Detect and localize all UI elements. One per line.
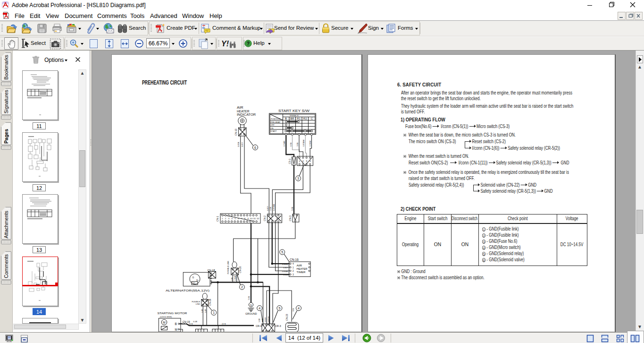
svg-text:START KEY S/W: START KEY S/W — [278, 109, 309, 113]
svg-text:0.5WR: 0.5WR — [283, 141, 285, 146]
svg-text:TIMER: TIMER — [297, 271, 306, 274]
svg-text:1: 1 — [213, 311, 215, 314]
svg-text:POSITION: POSITION — [271, 118, 280, 120]
svg-text:G: G — [192, 276, 194, 279]
svg-text:5.0B: 5.0B — [248, 296, 250, 300]
svg-text:8.0L: 8.0L — [293, 308, 294, 311]
svg-text:R2: R2 — [303, 117, 307, 120]
svg-text:TERMINAL NO: TERMINAL NO — [290, 115, 299, 117]
svg-text:N: N — [250, 304, 252, 307]
svg-text:3: 3 — [297, 177, 299, 180]
svg-text:CR-3: CR-3 — [275, 325, 281, 327]
svg-text:a: a — [270, 218, 271, 220]
svg-text:CS-1: CS-1 — [288, 158, 291, 164]
svg-text:4: 4 — [259, 307, 260, 310]
svg-text:22 B: 22 B — [222, 323, 226, 325]
svg-text:0.85LB: 0.85LB — [268, 316, 270, 322]
svg-text:3: 3 — [306, 160, 307, 163]
svg-text:C: C — [311, 117, 313, 120]
svg-text:3.0B: 3.0B — [296, 142, 299, 146]
svg-text:M: M — [163, 321, 165, 324]
svg-text:5.0R: 5.0R — [201, 309, 203, 313]
svg-text:ON: ON — [270, 127, 273, 129]
svg-text:PREHEATING CIRCUIT: PREHEATING CIRCUIT — [142, 79, 187, 86]
svg-text:b: b — [276, 218, 277, 220]
svg-text:10 11 12: 10 11 12 — [250, 217, 260, 220]
svg-text:LINK: LINK — [196, 303, 201, 305]
svg-text:FUSIBLE LINK: FUSIBLE LINK — [227, 261, 229, 274]
svg-text:AIR: AIR — [297, 264, 302, 267]
svg-text:1 2 3 4 5 6 7 8 9: 1 2 3 4 5 6 7 8 9 — [222, 217, 249, 220]
svg-text:6: 6 — [254, 146, 256, 149]
svg-text:CN-23: CN-23 — [285, 314, 288, 321]
svg-text:1: 1 — [293, 266, 294, 269]
svg-text:4: 4 — [293, 263, 294, 265]
svg-text:0.85R: 0.85R — [265, 317, 267, 322]
svg-text:3: 3 — [293, 274, 294, 276]
svg-text:2: 2 — [293, 270, 294, 272]
svg-text:4: 4 — [298, 307, 300, 310]
svg-text:2: 2 — [302, 160, 304, 163]
svg-text:0.85BW: 0.85BW — [302, 140, 305, 146]
svg-text:CN-26: CN-26 — [209, 299, 211, 306]
svg-text:CN-13: CN-13 — [234, 129, 237, 136]
svg-text:INDICATOR: INDICATOR — [237, 113, 256, 116]
svg-text:START: START — [270, 130, 277, 132]
svg-text:0.85BR: 0.85BR — [282, 270, 288, 273]
svg-text:B: B — [175, 322, 177, 326]
svg-text:5.0B: 5.0B — [259, 318, 260, 322]
svg-text:5.0WB: 5.0WB — [234, 275, 236, 281]
svg-text:0.5B: 0.5B — [290, 142, 292, 146]
svg-text:B: B — [285, 117, 287, 120]
svg-text:M: M — [175, 328, 177, 331]
svg-text:5: 5 — [281, 250, 283, 254]
svg-text:6.0B: 6.0B — [193, 320, 198, 323]
svg-text:CN-2: CN-2 — [263, 215, 266, 221]
svg-text:5.0R: 5.0R — [205, 309, 207, 313]
svg-text:2: 2 — [241, 285, 243, 289]
svg-text:OFF: OFF — [270, 124, 275, 126]
svg-text:0.85Y: 0.85Y — [241, 142, 243, 147]
svg-text:0.5RW: 0.5RW — [309, 141, 311, 146]
svg-text:3.0B: 3.0B — [291, 206, 293, 211]
svg-text:HEATER: HEATER — [237, 110, 250, 113]
svg-text:PRE-HEAT: PRE-HEAT — [270, 121, 281, 123]
svg-text:ALTERNATOR(55A,12V): ALTERNATOR(55A,12V) — [166, 289, 209, 292]
svg-text:0.85WB: 0.85WB — [273, 204, 275, 211]
svg-text:CN-3: CN-3 — [289, 215, 292, 221]
svg-text:0.85R: 0.85R — [237, 142, 240, 147]
svg-text:CR-4: CR-4 — [256, 325, 262, 327]
svg-text:5: 5 — [278, 307, 280, 310]
svg-text:U<: U< — [192, 282, 195, 284]
svg-text:?: ? — [247, 41, 250, 46]
svg-text:(12V/2.5KW): (12V/2.5KW) — [160, 316, 172, 318]
svg-text:STARTING MOTOR: STARTING MOTOR — [157, 311, 187, 315]
svg-text:BR: BR — [290, 117, 294, 120]
svg-text:3.0R: 3.0R — [269, 206, 272, 211]
svg-text:20 B: 20 B — [189, 323, 193, 325]
svg-text:5.0B: 5.0B — [231, 277, 233, 281]
svg-text:AIR: AIR — [237, 106, 243, 109]
svg-text:0.85Y: 0.85Y — [267, 206, 269, 211]
svg-text:R1: R1 — [297, 117, 301, 120]
svg-text:Y!: Y! — [221, 40, 229, 48]
svg-text:CN-18: CN-18 — [208, 269, 215, 272]
svg-text:1: 1 — [299, 160, 301, 163]
svg-text:CN-16: CN-16 — [290, 258, 299, 261]
svg-text:0.85Y: 0.85Y — [284, 266, 289, 269]
svg-text:GROUND: GROUND — [245, 312, 257, 315]
svg-text:HEATER: HEATER — [297, 267, 308, 270]
svg-text:CN-20: CN-20 — [239, 266, 242, 273]
svg-text:CN-1: CN-1 — [216, 216, 219, 222]
svg-text:3~: 3~ — [196, 279, 199, 282]
